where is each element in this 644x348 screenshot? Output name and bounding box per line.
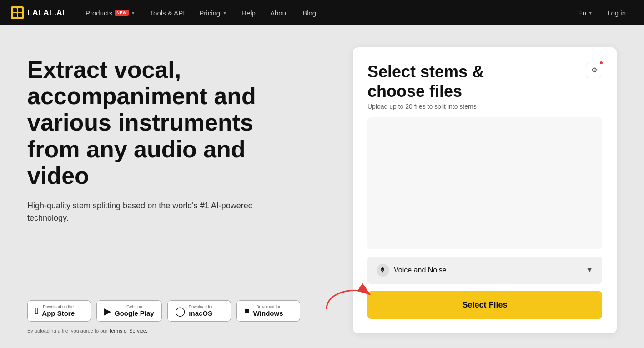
apple-icon:  — [35, 306, 38, 316]
language-selector[interactable]: En ▼ — [578, 9, 593, 17]
login-button[interactable]: Log in — [600, 6, 633, 20]
hero-title: Extract vocal, accompaniment and various… — [27, 56, 282, 189]
logo-text: LALAL.AI — [27, 8, 65, 18]
select-files-wrapper: Select Files — [367, 291, 602, 319]
windows-button[interactable]: ■ Download for Windows — [236, 300, 300, 322]
upload-card: Select stems & choose files Upload up to… — [353, 47, 617, 333]
nav-item-pricing[interactable]: Pricing ▼ — [193, 5, 233, 20]
products-chevron-icon: ▼ — [131, 10, 136, 15]
file-drop-area[interactable] — [367, 117, 602, 249]
appstore-name: App Store — [42, 309, 75, 318]
select-files-button[interactable]: Select Files — [367, 291, 602, 319]
nav-about-label: About — [270, 9, 288, 17]
googleplay-icon: ▶ — [104, 306, 111, 317]
nav-item-help[interactable]: Help — [235, 5, 262, 20]
nav-products-label: Products — [86, 9, 112, 17]
pricing-chevron-icon: ▼ — [222, 10, 227, 15]
appstore-pre: Download on the — [42, 304, 75, 309]
tos-notice: By uploading a file, you agree to our Te… — [27, 328, 335, 333]
logo[interactable]: LALAL.AI — [11, 6, 65, 19]
macos-button[interactable]: ◯ Download for macOS — [167, 300, 231, 322]
download-buttons:  Download on the App Store ▶ Get it on … — [27, 300, 335, 322]
macos-name: macOS — [189, 309, 213, 318]
stem-selector[interactable]: 🎙 Voice and Noise ▼ — [367, 257, 602, 284]
tos-link[interactable]: Terms of Service. — [109, 328, 147, 333]
gear-icon: ⚙ — [591, 66, 597, 74]
nav-right: En ▼ Log in — [578, 6, 633, 20]
macos-icon: ◯ — [175, 306, 185, 317]
nav-item-products[interactable]: Products NEW ▼ — [79, 5, 142, 20]
macos-pre: Download for — [189, 304, 213, 309]
hero-subtitle: High-quality stem splitting based on the… — [27, 200, 255, 224]
nav-help-label: Help — [241, 9, 256, 17]
windows-pre: Download for — [253, 304, 283, 309]
products-badge: NEW — [115, 10, 129, 16]
card-title-block: Select stems & choose files Upload up to… — [367, 62, 540, 110]
main-content: Extract vocal, accompaniment and various… — [0, 25, 644, 348]
card-subtitle: Upload up to 20 files to split into stem… — [367, 103, 540, 110]
navbar: LALAL.AI Products NEW ▼ Tools & API Pric… — [0, 0, 644, 25]
card-header: Select stems & choose files Upload up to… — [367, 62, 602, 110]
nav-item-about[interactable]: About — [264, 5, 294, 20]
stem-label: Voice and Noise — [394, 266, 447, 274]
windows-icon: ■ — [244, 306, 250, 316]
upload-card-container: Select stems & choose files Upload up to… — [353, 47, 617, 333]
appstore-button[interactable]:  Download on the App Store — [27, 300, 91, 322]
logo-icon — [11, 6, 24, 19]
card-title: Select stems & choose files — [367, 62, 540, 101]
notification-dot — [599, 61, 604, 65]
nav-item-tools[interactable]: Tools & API — [144, 5, 191, 20]
language-label: En — [578, 9, 586, 17]
nav-blog-label: Blog — [302, 9, 316, 17]
googleplay-button[interactable]: ▶ Get it on Google Play — [96, 300, 162, 322]
nav-pricing-label: Pricing — [199, 9, 220, 17]
mic-icon: 🎙 — [377, 264, 389, 277]
nav-item-blog[interactable]: Blog — [296, 5, 322, 20]
stem-chevron-icon: ▼ — [586, 266, 593, 274]
lang-chevron-icon: ▼ — [588, 10, 593, 15]
nav-items: Products NEW ▼ Tools & API Pricing ▼ Hel… — [79, 5, 578, 20]
nav-tools-label: Tools & API — [150, 9, 185, 17]
settings-button[interactable]: ⚙ — [586, 62, 602, 78]
googleplay-pre: Get it on — [115, 304, 154, 309]
googleplay-name: Google Play — [115, 309, 154, 318]
windows-name: Windows — [253, 309, 283, 318]
hero-section: Extract vocal, accompaniment and various… — [27, 47, 335, 333]
